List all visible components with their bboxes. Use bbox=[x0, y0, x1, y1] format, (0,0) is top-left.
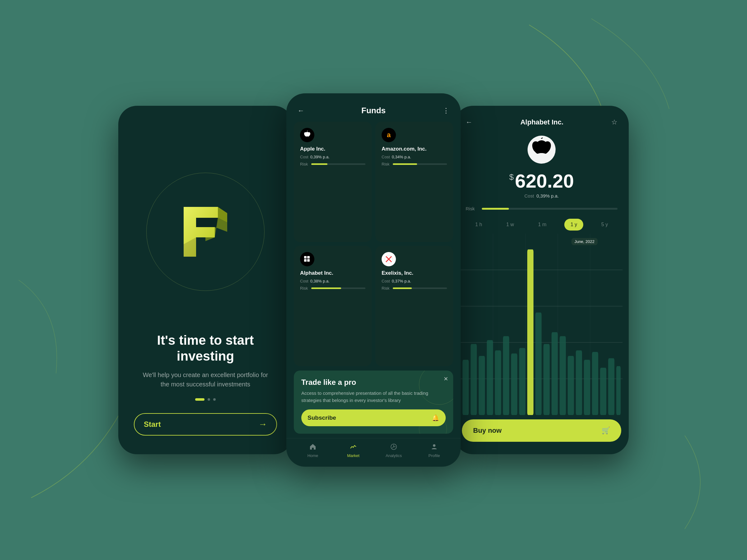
nav-market[interactable]: Market bbox=[344, 443, 363, 458]
price-currency: $ bbox=[509, 172, 514, 182]
more-icon[interactable]: ⋮ bbox=[443, 107, 449, 115]
svg-rect-32 bbox=[535, 312, 542, 415]
svg-rect-24 bbox=[471, 344, 477, 415]
subscribe-label: Subscribe bbox=[308, 415, 336, 421]
promo-close-button[interactable]: ✕ bbox=[443, 375, 448, 382]
detail-cost: Cost 0,39% p.a. bbox=[455, 193, 629, 198]
svg-marker-1 bbox=[196, 218, 218, 227]
price-display: $ 620.20 bbox=[455, 170, 629, 192]
phone-detail: ← Alphabet Inc. ☆ $ 620.20 Cost 0,39% p.… bbox=[455, 106, 629, 454]
dot-1[interactable] bbox=[195, 398, 205, 401]
exelixis-risk: Risk bbox=[382, 286, 447, 291]
alphabet-logo bbox=[300, 252, 314, 266]
tab-1w[interactable]: 1 w bbox=[500, 219, 520, 231]
promo-title: Trade like a pro bbox=[301, 378, 446, 387]
dot-3[interactable] bbox=[213, 398, 216, 401]
onboarding-headline: It's time to start investing bbox=[134, 332, 277, 364]
svg-rect-25 bbox=[479, 356, 485, 415]
svg-rect-40 bbox=[600, 368, 606, 415]
phones-container: It's time to start investing We'll help … bbox=[118, 93, 629, 466]
chart-tooltip: June, 2022 bbox=[571, 238, 598, 245]
favorite-icon[interactable]: ☆ bbox=[611, 118, 618, 126]
detail-logo bbox=[455, 129, 629, 167]
funds-header: ← Funds ⋮ bbox=[286, 93, 461, 122]
buy-now-button[interactable]: Buy now 🛒 bbox=[462, 419, 621, 442]
svg-rect-29 bbox=[511, 353, 517, 415]
nav-profile-label: Profile bbox=[429, 453, 440, 458]
fund-card-alphabet[interactable]: Alphabet Inc. Cost 0,38% p.a. Risk bbox=[294, 246, 371, 366]
amazon-risk: Risk bbox=[382, 162, 447, 166]
onboarding-subline: We'll help you create an excellent portf… bbox=[143, 370, 268, 389]
svg-rect-23 bbox=[463, 360, 469, 415]
detail-back-icon[interactable]: ← bbox=[466, 118, 472, 126]
apple-name: Apple Inc. bbox=[300, 146, 365, 152]
nav-market-label: Market bbox=[347, 453, 360, 458]
onboarding-logo-area bbox=[177, 131, 233, 332]
svg-rect-26 bbox=[487, 340, 493, 415]
exelixis-cost: Cost 0,37% p.a. bbox=[382, 279, 447, 284]
funds-grid: Apple Inc. Cost 0,39% p.a. Risk a Amazon… bbox=[286, 122, 461, 366]
pagination-dots bbox=[195, 398, 216, 401]
alphabet-name: Alphabet Inc. bbox=[300, 270, 365, 276]
svg-rect-28 bbox=[503, 336, 509, 415]
nav-analytics[interactable]: Analytics bbox=[384, 443, 403, 458]
svg-rect-33 bbox=[543, 344, 550, 415]
svg-rect-34 bbox=[551, 332, 558, 415]
time-tabs: 1 h 1 w 1 m 1 y 5 y bbox=[455, 216, 629, 234]
svg-rect-41 bbox=[608, 358, 614, 415]
alphabet-cost: Cost 0,38% p.a. bbox=[300, 279, 365, 284]
home-icon bbox=[309, 443, 316, 452]
chart-svg bbox=[461, 234, 622, 415]
svg-rect-35 bbox=[560, 336, 566, 415]
price-value: 620.20 bbox=[515, 170, 574, 192]
arrow-right-icon: → bbox=[258, 419, 267, 429]
chart-section: June, 2022 bbox=[455, 234, 629, 415]
tab-1m[interactable]: 1 m bbox=[532, 219, 553, 231]
svg-rect-27 bbox=[495, 350, 501, 415]
promo-description: Access to comprehensive presentation of … bbox=[301, 390, 446, 404]
funds-title: Funds bbox=[361, 106, 386, 115]
apple-logo bbox=[300, 128, 314, 142]
promo-card: ✕ Trade like a pro Access to comprehensi… bbox=[294, 371, 453, 434]
svg-rect-6 bbox=[307, 256, 310, 259]
svg-rect-8 bbox=[307, 259, 310, 262]
svg-rect-30 bbox=[519, 348, 525, 415]
fund-card-amazon[interactable]: a Amazon.com, Inc. Cost 0,34% p.a. Risk bbox=[376, 122, 453, 242]
svg-rect-7 bbox=[304, 259, 307, 262]
exelixis-name: Exelixis, Inc. bbox=[382, 270, 447, 276]
apple-risk: Risk bbox=[300, 162, 365, 166]
apple-cost: Cost 0,39% p.a. bbox=[300, 155, 365, 159]
nav-home-label: Home bbox=[308, 453, 318, 458]
alphabet-risk: Risk bbox=[300, 286, 365, 291]
back-icon[interactable]: ← bbox=[298, 107, 304, 115]
cart-icon: 🛒 bbox=[602, 427, 610, 435]
tab-5y[interactable]: 5 y bbox=[595, 219, 614, 231]
chart-tooltip-label: June, 2022 bbox=[574, 239, 594, 244]
apple-logo-large bbox=[527, 136, 556, 164]
detail-risk: Risk bbox=[455, 202, 629, 216]
amazon-logo: a bbox=[382, 128, 396, 142]
buy-now-label: Buy now bbox=[473, 427, 502, 435]
start-button[interactable]: Start → bbox=[134, 413, 277, 435]
f-logo-icon bbox=[177, 201, 233, 263]
nav-home[interactable]: Home bbox=[304, 443, 322, 458]
detail-title: Alphabet Inc. bbox=[520, 118, 563, 126]
nav-profile[interactable]: Profile bbox=[425, 443, 443, 458]
tab-1y[interactable]: 1 y bbox=[564, 219, 583, 231]
tab-1h[interactable]: 1 h bbox=[469, 219, 488, 231]
dot-2[interactable] bbox=[208, 398, 210, 401]
svg-rect-42 bbox=[616, 366, 621, 415]
svg-rect-37 bbox=[576, 350, 582, 415]
market-icon bbox=[350, 443, 357, 452]
exelixis-logo bbox=[382, 252, 396, 266]
amazon-name: Amazon.com, Inc. bbox=[382, 146, 447, 152]
fund-card-exelixis[interactable]: Exelixis, Inc. Cost 0,37% p.a. Risk bbox=[376, 246, 453, 366]
onboarding-content: It's time to start investing We'll help … bbox=[134, 332, 277, 435]
profile-icon bbox=[431, 443, 438, 452]
detail-header: ← Alphabet Inc. ☆ bbox=[455, 106, 629, 129]
svg-point-13 bbox=[433, 444, 435, 447]
svg-rect-5 bbox=[304, 256, 307, 259]
fund-card-apple[interactable]: Apple Inc. Cost 0,39% p.a. Risk bbox=[294, 122, 371, 242]
subscribe-button[interactable]: Subscribe 🔔 bbox=[301, 409, 446, 426]
phone-funds: ← Funds ⋮ Apple Inc. Cost 0,39% p.a. Ris… bbox=[286, 93, 461, 466]
